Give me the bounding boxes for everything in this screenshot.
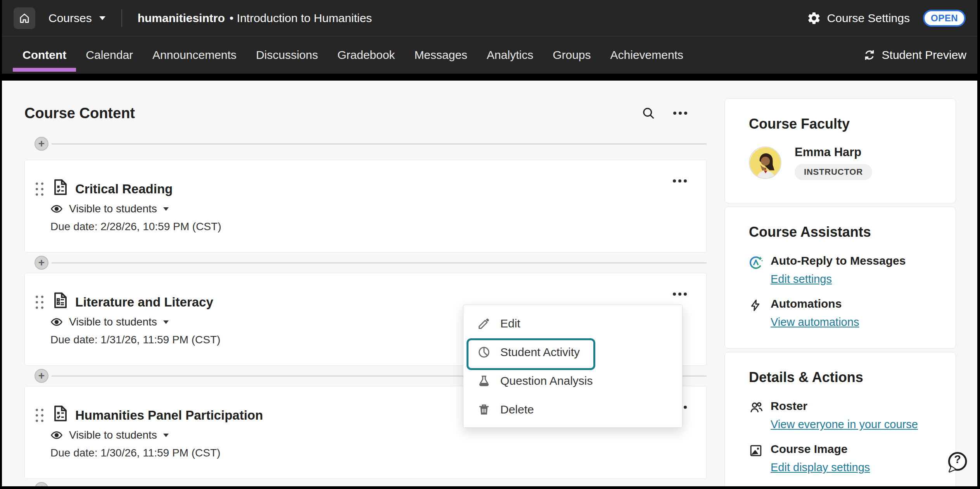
content-card-critical-reading: Critical Reading Visible to students Due… (24, 160, 707, 253)
help-button[interactable]: ? (945, 451, 969, 474)
details-actions-section: Details & Actions Roster View everyone i… (724, 352, 956, 486)
course-settings-label: Course Settings (827, 12, 910, 25)
add-content-button[interactable]: + (35, 482, 48, 486)
student-preview-icon (863, 49, 876, 61)
tab-content[interactable]: Content (13, 36, 76, 74)
assessment-icon (51, 178, 70, 198)
drag-handle[interactable] (36, 296, 43, 309)
faculty-name: Emma Harp (795, 145, 872, 159)
item-options-button[interactable] (673, 293, 687, 296)
tab-announcements[interactable]: Announcements (143, 36, 246, 74)
breadcrumb: humanitiesintro • Introduction to Humani… (138, 12, 372, 25)
item-context-menu: Edit Student Activity Question Analysis … (463, 305, 683, 428)
drag-handle[interactable] (36, 409, 43, 422)
search-button[interactable] (641, 106, 655, 120)
content-item-title[interactable]: Humanities Panel Participation (75, 408, 263, 423)
due-date: Due date: 1/31/26, 11:59 PM (CST) (50, 334, 220, 346)
section-heading: Course Assistants (749, 224, 932, 240)
course-sidebar: Course Faculty Emma Harp INSTRUCTOR Cour… (724, 98, 956, 486)
assistant-title: Automations (771, 297, 859, 310)
tab-discussions[interactable]: Discussions (246, 36, 328, 74)
detail-roster: Roster View everyone in your course (749, 399, 932, 431)
assessment-icon (51, 404, 70, 424)
detail-title: Course Image (771, 443, 870, 456)
tab-groups[interactable]: Groups (543, 36, 600, 74)
pencil-icon (477, 317, 491, 330)
tab-messages[interactable]: Messages (404, 36, 477, 74)
nav-bottom-strip (2, 74, 977, 81)
role-badge: INSTRUCTOR (795, 164, 872, 180)
tab-calendar[interactable]: Calendar (76, 36, 143, 74)
eye-icon (50, 317, 63, 327)
due-date: Due date: 2/28/26, 10:59 PM (CST) (50, 220, 221, 233)
tab-analytics[interactable]: Analytics (477, 36, 543, 74)
svg-text:?: ? (954, 453, 961, 465)
visibility-dropdown[interactable]: Visible to students (50, 429, 169, 441)
course-id: humanitiesintro (138, 12, 225, 25)
student-preview-button[interactable]: Student Preview (863, 36, 966, 74)
section-heading: Details & Actions (749, 369, 932, 386)
caret-down-icon (163, 320, 169, 324)
course-assistants-section: Course Assistants Auto-Reply to Messages… (724, 207, 956, 349)
menu-item-student-activity[interactable]: Student Activity (463, 338, 682, 367)
courses-menu[interactable]: Courses (48, 12, 106, 25)
caret-down-icon (163, 207, 169, 211)
course-content-options-button[interactable] (673, 112, 687, 115)
menu-item-edit[interactable]: Edit (463, 309, 682, 338)
add-content-button[interactable]: + (35, 137, 48, 151)
flask-icon (477, 374, 491, 387)
add-content-button[interactable]: + (35, 256, 48, 270)
lightning-icon (749, 297, 763, 329)
course-title: • Introduction to Humanities (230, 12, 372, 25)
section-heading: Course Faculty (749, 116, 932, 132)
home-button[interactable] (14, 7, 35, 29)
topbar-divider (121, 9, 122, 27)
page-title: Course Content (24, 105, 135, 122)
content-area: Course Content + Critical Reading (2, 81, 977, 486)
top-bar: Courses humanitiesintro • Introduction t… (2, 0, 977, 36)
due-date: Due date: 1/30/26, 11:59 PM (CST) (50, 447, 220, 459)
detail-title: Roster (771, 399, 918, 413)
view-automations-link[interactable]: View automations (771, 316, 859, 329)
avatar (749, 146, 781, 179)
course-faculty-section: Course Faculty Emma Harp INSTRUCTOR (724, 98, 956, 203)
visibility-dropdown[interactable]: Visible to students (50, 316, 169, 328)
content-item-title[interactable]: Critical Reading (75, 182, 173, 196)
content-item-title[interactable]: Literature and Literacy (75, 295, 213, 310)
ai-assistant-icon (749, 254, 763, 286)
roster-people-icon (749, 399, 763, 431)
menu-item-question-analysis[interactable]: Question Analysis (463, 367, 682, 395)
pie-chart-icon (477, 346, 491, 359)
course-nav: Content Calendar Announcements Discussio… (2, 36, 977, 74)
edit-display-settings-link[interactable]: Edit display settings (771, 461, 870, 474)
gear-icon (807, 11, 821, 25)
edit-settings-link[interactable]: Edit settings (771, 273, 832, 286)
search-icon (641, 106, 655, 120)
view-everyone-link[interactable]: View everyone in your course (771, 418, 918, 431)
detail-course-image: Course Image Edit display settings (749, 443, 932, 474)
menu-item-delete[interactable]: Delete (463, 395, 682, 424)
document-icon (51, 291, 70, 311)
eye-icon (50, 204, 63, 214)
item-options-button[interactable] (673, 179, 687, 183)
assistant-title: Auto-Reply to Messages (771, 254, 906, 267)
caret-down-icon (163, 434, 169, 437)
visibility-dropdown[interactable]: Visible to students (50, 203, 169, 215)
trash-icon (477, 403, 491, 416)
home-icon (19, 12, 30, 24)
tab-gradebook[interactable]: Gradebook (328, 36, 404, 74)
chevron-down-icon (99, 16, 106, 21)
topbar-right: Course Settings OPEN (807, 10, 966, 27)
assistant-auto-reply: Auto-Reply to Messages Edit settings (749, 254, 932, 286)
app-window: Courses humanitiesintro • Introduction t… (2, 0, 977, 486)
help-icon: ? (945, 451, 969, 474)
open-status-badge: OPEN (923, 10, 966, 27)
drag-handle[interactable] (36, 183, 43, 196)
course-settings-button[interactable]: Course Settings (807, 11, 910, 25)
tab-achievements[interactable]: Achievements (601, 36, 693, 74)
courses-label: Courses (48, 12, 92, 25)
add-content-button[interactable]: + (35, 369, 48, 383)
course-image-icon (749, 443, 763, 474)
eye-icon (50, 430, 63, 440)
assistant-automations: Automations View automations (749, 297, 932, 329)
